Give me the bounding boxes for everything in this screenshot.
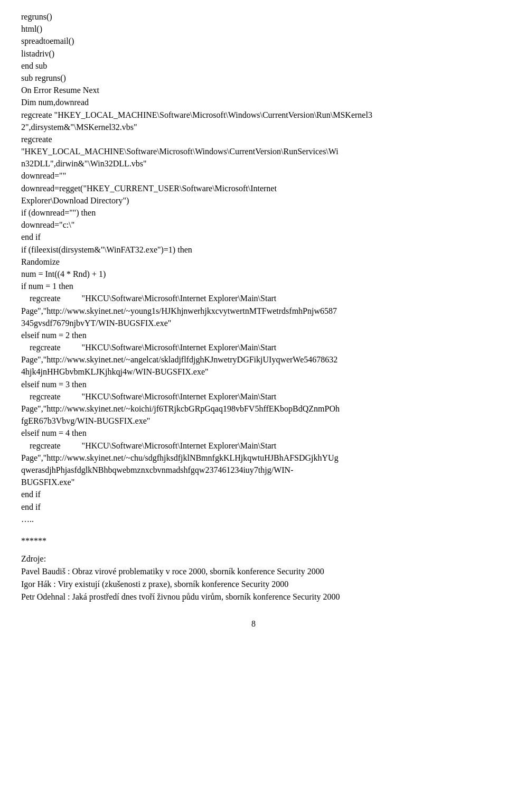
source-item-1: Pavel Baudiš : Obraz virové problematiky… bbox=[21, 565, 486, 578]
page-number: 8 bbox=[21, 619, 486, 629]
code-block: regruns() html() spreadtoemail() listadr… bbox=[21, 11, 486, 525]
separator: ****** bbox=[21, 535, 486, 547]
sources-section: Zdroje: Pavel Baudiš : Obraz virové prob… bbox=[21, 553, 486, 603]
content-area: regruns() html() spreadtoemail() listadr… bbox=[21, 11, 486, 629]
source-item-3: Petr Odehnal : Jaká prostředí dnes tvoří… bbox=[21, 591, 486, 603]
sources-list: Pavel Baudiš : Obraz virové problematiky… bbox=[21, 565, 486, 603]
source-item-2: Igor Hák : Viry existují (zkušenosti z p… bbox=[21, 578, 486, 591]
sources-title: Zdroje: bbox=[21, 553, 486, 565]
